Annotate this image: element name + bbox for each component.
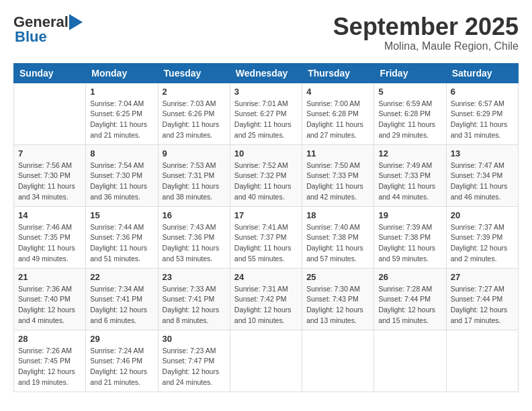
day-info: Sunrise: 7:00 AM Sunset: 6:28 PM Dayligh… xyxy=(306,99,369,141)
day-number: 15 xyxy=(90,210,153,220)
logo-icon xyxy=(69,14,88,30)
day-info: Sunrise: 7:36 AM Sunset: 7:40 PM Dayligh… xyxy=(18,284,81,326)
calendar-cell xyxy=(446,330,518,392)
day-info: Sunrise: 7:41 AM Sunset: 7:37 PM Dayligh… xyxy=(234,222,298,265)
day-info: Sunrise: 7:53 AM Sunset: 7:31 PM Dayligh… xyxy=(163,161,226,203)
day-info: Sunrise: 7:39 AM Sunset: 7:38 PM Dayligh… xyxy=(378,222,441,265)
calendar-cell: 30Sunrise: 7:23 AM Sunset: 7:47 PM Dayli… xyxy=(158,330,230,392)
day-header-saturday: Saturday xyxy=(446,63,518,83)
day-number: 26 xyxy=(378,272,441,282)
calendar-cell: 22Sunrise: 7:34 AM Sunset: 7:41 PM Dayli… xyxy=(86,268,158,330)
day-info: Sunrise: 7:43 AM Sunset: 7:36 PM Dayligh… xyxy=(163,222,226,265)
calendar-cell: 17Sunrise: 7:41 AM Sunset: 7:37 PM Dayli… xyxy=(230,206,302,268)
day-info: Sunrise: 7:28 AM Sunset: 7:44 PM Dayligh… xyxy=(378,284,441,326)
header: General Blue September 2025 Molina, Maul… xyxy=(13,13,519,52)
day-info: Sunrise: 7:47 AM Sunset: 7:34 PM Dayligh… xyxy=(451,161,514,203)
day-number: 7 xyxy=(18,148,81,158)
day-number: 9 xyxy=(163,148,226,158)
day-header-monday: Monday xyxy=(86,63,158,83)
day-number: 8 xyxy=(90,148,153,158)
day-number: 18 xyxy=(306,210,369,220)
calendar-table: SundayMondayTuesdayWednesdayThursdayFrid… xyxy=(13,63,519,392)
day-number: 14 xyxy=(18,210,81,220)
day-info: Sunrise: 7:03 AM Sunset: 6:26 PM Dayligh… xyxy=(163,99,226,141)
location-title: Molina, Maule Region, Chile xyxy=(333,40,519,52)
calendar-cell: 20Sunrise: 7:37 AM Sunset: 7:39 PM Dayli… xyxy=(446,206,518,268)
calendar-cell: 28Sunrise: 7:26 AM Sunset: 7:45 PM Dayli… xyxy=(14,330,86,392)
day-header-wednesday: Wednesday xyxy=(230,63,302,83)
logo-blue: Blue xyxy=(13,28,47,46)
day-info: Sunrise: 7:34 AM Sunset: 7:41 PM Dayligh… xyxy=(90,284,153,326)
calendar-cell: 23Sunrise: 7:33 AM Sunset: 7:41 PM Dayli… xyxy=(158,268,230,330)
day-info: Sunrise: 7:49 AM Sunset: 7:33 PM Dayligh… xyxy=(378,161,441,203)
day-info: Sunrise: 7:31 AM Sunset: 7:42 PM Dayligh… xyxy=(234,284,298,326)
day-info: Sunrise: 7:44 AM Sunset: 7:36 PM Dayligh… xyxy=(90,222,153,265)
calendar-week-5: 28Sunrise: 7:26 AM Sunset: 7:45 PM Dayli… xyxy=(14,330,519,392)
title-area: September 2025 Molina, Maule Region, Chi… xyxy=(333,13,519,52)
calendar-cell: 3Sunrise: 7:01 AM Sunset: 6:27 PM Daylig… xyxy=(230,83,302,144)
day-info: Sunrise: 7:04 AM Sunset: 6:25 PM Dayligh… xyxy=(90,99,153,141)
day-number: 11 xyxy=(306,148,369,158)
calendar-week-1: 1Sunrise: 7:04 AM Sunset: 6:25 PM Daylig… xyxy=(14,83,519,144)
day-number: 17 xyxy=(234,210,298,220)
day-number: 21 xyxy=(18,272,81,282)
calendar-cell xyxy=(374,330,446,392)
calendar-header: SundayMondayTuesdayWednesdayThursdayFrid… xyxy=(14,63,519,83)
calendar-cell xyxy=(302,330,374,392)
calendar-cell: 9Sunrise: 7:53 AM Sunset: 7:31 PM Daylig… xyxy=(158,144,230,206)
day-number: 20 xyxy=(451,210,514,220)
day-header-sunday: Sunday xyxy=(14,63,86,83)
day-number: 23 xyxy=(163,272,226,282)
day-info: Sunrise: 7:50 AM Sunset: 7:33 PM Dayligh… xyxy=(306,161,369,203)
calendar-cell: 1Sunrise: 7:04 AM Sunset: 6:25 PM Daylig… xyxy=(86,83,158,144)
day-info: Sunrise: 7:24 AM Sunset: 7:46 PM Dayligh… xyxy=(90,346,153,388)
calendar-cell: 16Sunrise: 7:43 AM Sunset: 7:36 PM Dayli… xyxy=(158,206,230,268)
day-info: Sunrise: 7:46 AM Sunset: 7:35 PM Dayligh… xyxy=(18,222,81,265)
calendar-week-4: 21Sunrise: 7:36 AM Sunset: 7:40 PM Dayli… xyxy=(14,268,519,330)
day-number: 6 xyxy=(451,87,514,97)
day-info: Sunrise: 7:40 AM Sunset: 7:38 PM Dayligh… xyxy=(306,222,369,265)
day-info: Sunrise: 6:59 AM Sunset: 6:28 PM Dayligh… xyxy=(378,99,441,141)
day-number: 4 xyxy=(306,87,369,97)
calendar-cell: 13Sunrise: 7:47 AM Sunset: 7:34 PM Dayli… xyxy=(446,144,518,206)
calendar-cell: 4Sunrise: 7:00 AM Sunset: 6:28 PM Daylig… xyxy=(302,83,374,144)
day-info: Sunrise: 7:54 AM Sunset: 7:30 PM Dayligh… xyxy=(90,161,153,203)
calendar-cell: 18Sunrise: 7:40 AM Sunset: 7:38 PM Dayli… xyxy=(302,206,374,268)
calendar-cell: 14Sunrise: 7:46 AM Sunset: 7:35 PM Dayli… xyxy=(14,206,86,268)
day-info: Sunrise: 7:26 AM Sunset: 7:45 PM Dayligh… xyxy=(18,346,81,388)
calendar-cell: 27Sunrise: 7:27 AM Sunset: 7:44 PM Dayli… xyxy=(446,268,518,330)
day-info: Sunrise: 7:56 AM Sunset: 7:30 PM Dayligh… xyxy=(18,161,81,203)
day-info: Sunrise: 7:33 AM Sunset: 7:41 PM Dayligh… xyxy=(163,284,226,326)
calendar-cell: 24Sunrise: 7:31 AM Sunset: 7:42 PM Dayli… xyxy=(230,268,302,330)
day-number: 10 xyxy=(234,148,298,158)
calendar-cell: 11Sunrise: 7:50 AM Sunset: 7:33 PM Dayli… xyxy=(302,144,374,206)
day-info: Sunrise: 7:30 AM Sunset: 7:43 PM Dayligh… xyxy=(306,284,369,326)
calendar-cell: 25Sunrise: 7:30 AM Sunset: 7:43 PM Dayli… xyxy=(302,268,374,330)
day-number: 1 xyxy=(90,87,153,97)
calendar-cell: 21Sunrise: 7:36 AM Sunset: 7:40 PM Dayli… xyxy=(14,268,86,330)
calendar-cell: 6Sunrise: 6:57 AM Sunset: 6:29 PM Daylig… xyxy=(446,83,518,144)
day-number: 28 xyxy=(18,334,81,344)
calendar-cell: 7Sunrise: 7:56 AM Sunset: 7:30 PM Daylig… xyxy=(14,144,86,206)
day-header-friday: Friday xyxy=(374,63,446,83)
day-info: Sunrise: 6:57 AM Sunset: 6:29 PM Dayligh… xyxy=(451,99,514,141)
day-number: 5 xyxy=(378,87,441,97)
day-info: Sunrise: 7:23 AM Sunset: 7:47 PM Dayligh… xyxy=(163,346,226,388)
day-number: 13 xyxy=(451,148,514,158)
calendar-cell: 26Sunrise: 7:28 AM Sunset: 7:44 PM Dayli… xyxy=(374,268,446,330)
day-info: Sunrise: 7:01 AM Sunset: 6:27 PM Dayligh… xyxy=(234,99,298,141)
day-number: 2 xyxy=(163,87,226,97)
day-header-thursday: Thursday xyxy=(302,63,374,83)
calendar-week-3: 14Sunrise: 7:46 AM Sunset: 7:35 PM Dayli… xyxy=(14,206,519,268)
day-info: Sunrise: 7:27 AM Sunset: 7:44 PM Dayligh… xyxy=(451,284,514,326)
day-number: 3 xyxy=(234,87,298,97)
day-info: Sunrise: 7:37 AM Sunset: 7:39 PM Dayligh… xyxy=(451,222,514,265)
calendar-cell: 8Sunrise: 7:54 AM Sunset: 7:30 PM Daylig… xyxy=(86,144,158,206)
day-number: 12 xyxy=(378,148,441,158)
day-number: 27 xyxy=(451,272,514,282)
day-number: 19 xyxy=(378,210,441,220)
day-number: 22 xyxy=(90,272,153,282)
calendar-cell: 5Sunrise: 6:59 AM Sunset: 6:28 PM Daylig… xyxy=(374,83,446,144)
day-number: 30 xyxy=(163,334,226,344)
day-number: 25 xyxy=(306,272,369,282)
